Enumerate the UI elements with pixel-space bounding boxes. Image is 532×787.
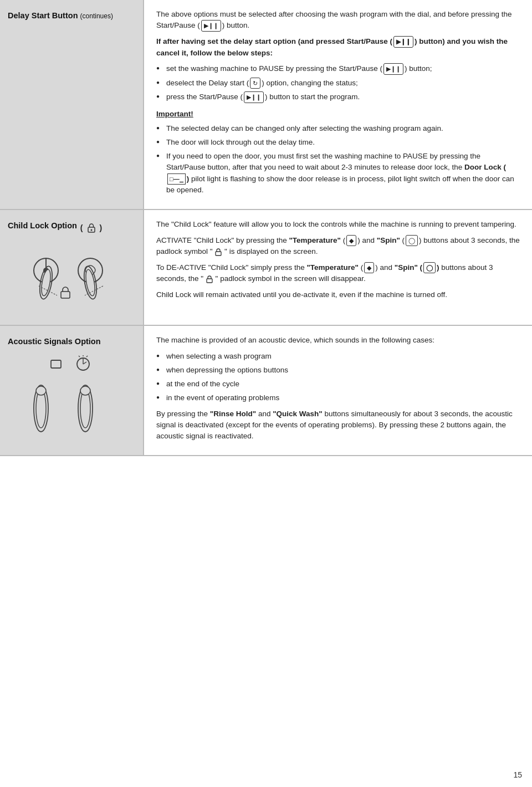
spin-icon-2: ◯ [423, 262, 436, 274]
child-lock-title: Child Lock Option [8, 220, 77, 232]
padlock-small-2 [206, 275, 213, 283]
important-label: Important! [156, 109, 520, 120]
bullet-3: press the Start/Pause (▶❙❙) button to st… [156, 91, 520, 103]
important-bullet-3: If you need to open the door, you must f… [156, 151, 520, 196]
svg-rect-15 [51, 360, 61, 368]
svg-point-1 [90, 229, 92, 231]
acoustic-intro: The machine is provided of an acoustic d… [156, 335, 520, 346]
page: Delay Start Button (continues) The above… [0, 0, 532, 787]
child-lock-illustration [8, 243, 134, 315]
child-lock-deactivate: To DE-ACTIVE "Child Lock" simply press t… [156, 262, 520, 285]
acoustic-hands-svg [8, 375, 119, 442]
svg-rect-14 [207, 279, 212, 283]
temp-icon-2: ◆ [364, 262, 374, 274]
delay-start-subtitle: (continues) [80, 12, 113, 20]
acoustic-title: Acoustic Signals Option [8, 336, 134, 347]
acoustic-illustration [8, 355, 134, 445]
delay-start-if-cancel: If after having set the delay start opti… [156, 36, 520, 59]
child-lock-right: The "Child Lock" feature will allow you … [144, 210, 532, 325]
important-bullets: The selected delay can be changed only a… [156, 123, 520, 196]
delay-start-intro: The above options must be selected after… [156, 9, 520, 32]
acoustic-footer: By pressing the "Rinse Hold" and "Quick … [156, 408, 520, 442]
child-lock-paren-open: ( [80, 222, 83, 233]
start-pause-icon-1: ▶❙❙ [201, 20, 221, 32]
delay-start-title-text: Delay Start Button [8, 11, 78, 20]
acoustic-bullet-1: when selecting a wash program [156, 351, 520, 362]
important-bullet-2: The door will lock through out the delay… [156, 137, 520, 148]
spin-icon-1: ◯ [406, 235, 418, 247]
delay-start-icon: ↻ [250, 78, 260, 89]
svg-line-21 [86, 356, 88, 357]
rinse-hold-icon [50, 359, 65, 371]
acoustic-bullet-3: at the end of the cycle [156, 379, 520, 390]
svg-rect-10 [61, 292, 70, 298]
svg-rect-13 [216, 252, 221, 255]
svg-point-27 [80, 386, 90, 395]
acoustic-right: The machine is provided of an acoustic d… [144, 326, 532, 455]
page-number: 15 [513, 769, 522, 780]
child-lock-paren-close: ) [100, 222, 103, 233]
start-pause-icon-3: ▶❙❙ [383, 63, 403, 75]
acoustic-bullet-2: when depressing the options buttons [156, 365, 520, 376]
child-lock-remain: Child Lock will remain activated until y… [156, 289, 520, 300]
acoustic-left: Acoustic Signals Option [0, 326, 144, 455]
child-lock-intro: The "Child Lock" feature will allow you … [156, 219, 520, 230]
quick-wash-icon [74, 355, 92, 371]
bullet-2: deselect the Delay start (↻) option, cha… [156, 78, 520, 89]
door-lock-icon: □—⎯ [167, 173, 186, 185]
delay-start-title: Delay Start Button (continues) [8, 10, 134, 22]
acoustic-top-icons [8, 355, 134, 371]
start-pause-icon-4: ▶❙❙ [244, 91, 264, 103]
bullet-1: set the washing machine to PAUSE by pres… [156, 63, 520, 75]
svg-line-19 [79, 356, 80, 357]
padlock-small-1 [214, 248, 222, 256]
child-lock-title-row: Child Lock Option ( ) [8, 220, 134, 235]
svg-point-24 [36, 386, 46, 395]
delay-start-section: Delay Start Button (continues) The above… [0, 0, 532, 210]
acoustic-section: Acoustic Signals Option [0, 326, 532, 456]
important-bullet-1: The selected delay can be changed only a… [156, 123, 520, 134]
child-lock-hands-svg [16, 243, 126, 315]
acoustic-bullet-4: in the event of operating problems [156, 392, 520, 403]
delay-start-right: The above options must be selected after… [144, 0, 532, 209]
start-pause-icon-2: ▶❙❙ [393, 36, 413, 48]
acoustic-bullets: when selecting a wash program when depre… [156, 351, 520, 404]
temp-icon-1: ◆ [346, 235, 356, 247]
delay-start-left: Delay Start Button (continues) [0, 0, 144, 209]
child-lock-section: Child Lock Option ( ) [0, 210, 532, 326]
padlock-svg-icon [86, 222, 96, 233]
child-lock-activate: ACTIVATE "Child Lock" by pressing the "T… [156, 235, 520, 258]
delay-start-bullets: set the washing machine to PAUSE by pres… [156, 63, 520, 103]
svg-line-18 [83, 362, 86, 364]
svg-point-6 [40, 269, 52, 297]
child-lock-left: Child Lock Option ( ) [0, 210, 144, 325]
